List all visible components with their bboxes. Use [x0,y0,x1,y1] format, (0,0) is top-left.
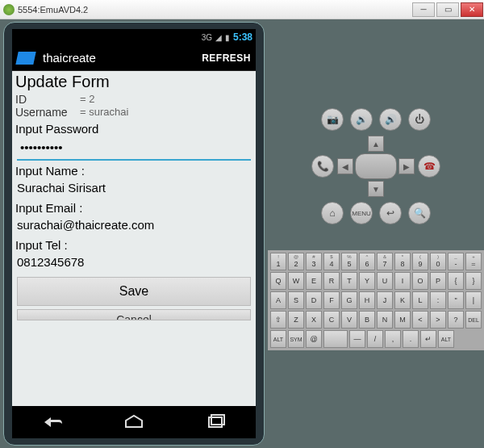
key-G[interactable]: G [341,291,357,309]
key-M[interactable]: M [394,311,411,329]
emulator-body: 3G ◢ ▮ 5:38 thaicreate REFRESH Update Fo… [0,19,484,448]
key-.[interactable]: . [403,330,419,348]
key-E[interactable]: E [306,272,322,290]
email-input[interactable]: surachai@thaicreate.com [12,215,256,235]
key-D[interactable]: D [306,291,322,309]
key-2[interactable]: @2 [288,253,304,270]
clock: 5:38 [233,31,252,43]
key-3[interactable]: #3 [306,253,322,270]
key-"[interactable]: " [448,291,464,309]
key-4[interactable]: $4 [323,253,340,270]
key-T[interactable]: T [341,272,357,290]
hw-home-button[interactable]: ⌂ [321,202,344,224]
key-1[interactable]: !1 [270,253,286,270]
back-button[interactable] [41,414,64,430]
key-0[interactable]: )0 [430,253,446,270]
form-area: Update Form ID = 2 Username = surachai I… [12,71,256,406]
camera-button[interactable]: 📷 [321,108,344,131]
end-call-button[interactable]: ☎ [418,155,440,178]
window-titlebar: 5554:EmuAVD4.2 ─ ▭ ✕ [0,0,484,19]
key-space[interactable] [323,330,348,348]
control-panel: 📷 🔉 🔊 ⏻ 📞 ▲ ◀ ▶ ▼ ☎ ⌂ [268,19,484,448]
id-label: ID [15,93,80,106]
key-{[interactable]: { [448,272,464,290]
dpad-down[interactable]: ▼ [368,181,384,197]
username-row: Username = surachai [12,106,256,119]
dpad-center[interactable] [355,153,397,179]
tel-input[interactable]: 0812345678 [12,252,256,272]
volume-down-button[interactable]: 🔉 [350,108,373,131]
key-N[interactable]: N [377,311,393,329]
key-|[interactable]: | [465,291,482,309]
key-B[interactable]: B [359,311,375,329]
refresh-button[interactable]: REFRESH [202,52,251,64]
key-6[interactable]: ^6 [359,253,375,270]
save-button[interactable]: Save [17,277,251,306]
name-label: Input Name : [12,161,256,178]
dpad-up[interactable]: ▲ [368,136,384,152]
key-K[interactable]: K [394,291,411,309]
name-input[interactable]: Surachai Sirisart [12,178,256,198]
key-shift[interactable]: ⇧ [270,311,286,329]
key-C[interactable]: C [323,311,340,329]
key-V[interactable]: V [341,311,357,329]
key->[interactable]: > [430,311,446,329]
key-8[interactable]: *8 [394,253,411,270]
id-value: = 2 [80,93,94,106]
cancel-button[interactable]: Cancel [17,309,251,320]
key-}[interactable]: } [465,272,482,290]
key-del[interactable]: DEL [465,311,482,329]
key-—[interactable]: — [349,330,365,348]
key--[interactable]: _- [448,253,464,270]
email-label: Input Email : [12,198,256,215]
key-J[interactable]: J [377,291,393,309]
maximize-button[interactable]: ▭ [436,2,459,17]
network-indicator: 3G [202,33,212,42]
key-R[interactable]: R [323,272,340,290]
key-/[interactable]: / [367,330,383,348]
key-H[interactable]: H [359,291,375,309]
key-ALT[interactable]: ALT [438,330,454,348]
volume-up-button[interactable]: 🔊 [379,108,402,131]
key-=[interactable]: += [465,253,482,270]
key-Q[interactable]: Q [270,272,286,290]
key-I[interactable]: I [394,272,411,290]
key-U[interactable]: U [377,272,393,290]
hardware-keyboard: !1@2#3$4%5^6&7*8(9)0_-+= QWERTYUIOP{} AS… [268,250,484,350]
key-Z[interactable]: Z [288,311,304,329]
key-S[interactable]: S [288,291,304,309]
key-X[interactable]: X [306,311,322,329]
status-bar: 3G ◢ ▮ 5:38 [12,29,256,45]
key-9[interactable]: (9 [412,253,428,270]
key-W[interactable]: W [288,272,304,290]
key-?[interactable]: ? [448,311,464,329]
recent-button[interactable] [204,414,227,430]
key-A[interactable]: A [270,291,286,309]
close-button[interactable]: ✕ [461,2,483,17]
dpad-left[interactable]: ◀ [337,158,353,174]
minimize-button[interactable]: ─ [412,2,435,17]
home-button[interactable] [123,414,145,430]
key-<[interactable]: < [412,311,428,329]
key-O[interactable]: O [412,272,428,290]
hw-search-button[interactable]: 🔍 [408,202,431,224]
key-↵[interactable]: ↵ [420,330,436,348]
key-SYM[interactable]: SYM [288,330,304,348]
key-:[interactable]: : [430,291,446,309]
dpad-right[interactable]: ▶ [398,158,415,174]
key-ALT[interactable]: ALT [270,330,286,348]
key-L[interactable]: L [412,291,428,309]
call-button[interactable]: 📞 [311,155,334,178]
key-@[interactable]: @ [306,330,322,348]
password-input[interactable]: •••••••••• [17,136,251,161]
key-,[interactable]: , [385,330,401,348]
key-F[interactable]: F [323,291,340,309]
key-Y[interactable]: Y [359,272,375,290]
hardware-buttons: 📷 🔉 🔊 ⏻ 📞 ▲ ◀ ▶ ▼ ☎ ⌂ [311,108,440,224]
key-7[interactable]: &7 [377,253,393,270]
key-P[interactable]: P [430,272,446,290]
hw-back-button[interactable]: ↩ [379,202,402,224]
power-button[interactable]: ⏻ [408,108,431,131]
hw-menu-button[interactable]: MENU [350,202,373,224]
key-5[interactable]: %5 [341,253,357,270]
